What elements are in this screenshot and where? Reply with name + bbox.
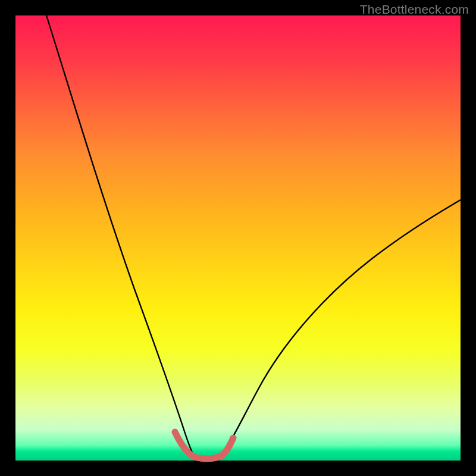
bottleneck-curve-right	[224, 200, 461, 452]
watermark-text: TheBottleneck.com	[360, 2, 469, 17]
curve-layer	[15, 15, 461, 461]
outer-frame: TheBottleneck.com	[0, 0, 476, 476]
bottleneck-curve-left	[46, 15, 194, 456]
valley-highlight	[175, 432, 233, 459]
plot-area	[15, 15, 461, 461]
